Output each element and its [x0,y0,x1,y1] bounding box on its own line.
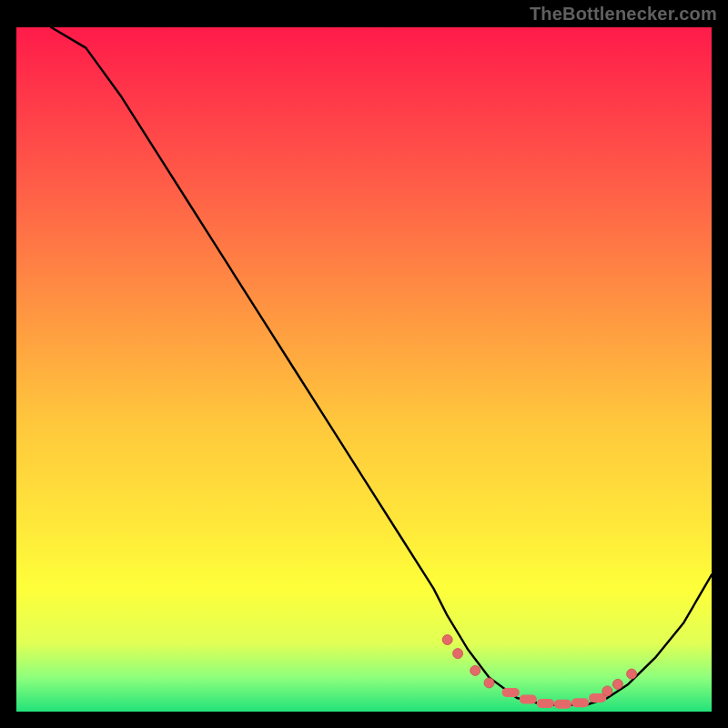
marker-dot [442,635,452,645]
marker-dot [612,679,622,689]
bottleneck-curve [51,27,712,705]
plot-area [16,27,712,712]
marker-dot [470,665,480,675]
chart-frame: TheBottlenecker.com [0,0,728,728]
marker-dot [453,649,463,659]
marker-dot [602,686,612,696]
attribution-text: TheBottlenecker.com [530,4,717,25]
marker-dot [627,669,637,679]
curve-layer [16,27,712,712]
marker-group [442,635,636,704]
marker-dot [484,678,494,688]
